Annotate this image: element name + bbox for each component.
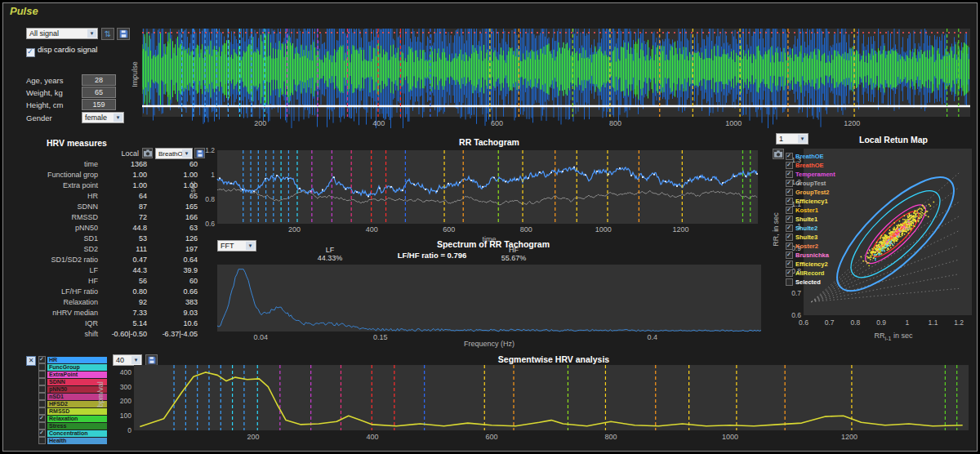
legend-checkbox[interactable] [786,189,793,196]
legend-checkbox[interactable] [38,393,46,400]
hrv-row: IQR 5.14 10.6 [11,319,206,330]
returnmap-legend-item[interactable]: Temperament [786,170,859,179]
returnmap-legend-item[interactable]: Shulte3 [786,233,859,242]
disp-cardio-checkbox[interactable] [26,48,35,57]
hrv-row: nHRV median 7.33 9.03 [11,309,206,319]
legend-checkbox[interactable] [786,153,793,160]
legend-checkbox[interactable] [786,171,793,178]
hf-label: HF [481,246,546,254]
legend-checkbox[interactable] [38,378,46,385]
hrv-table: time 1368 60 Functional grop 1.00 1.00 E… [11,160,206,340]
legend-checkbox[interactable] [786,260,793,268]
hrv-row: shift -0.60|-0.50 -6.37|-4.05 [11,330,206,340]
hrv-local-column-header: Local [100,149,139,158]
spectrum-method-select[interactable]: FFT ▼ [217,240,256,251]
legend-checkbox[interactable] [786,225,793,232]
returnmap-legend-item[interactable]: Selected [786,278,859,287]
legend-checkbox[interactable] [38,385,46,393]
returnmap-y-axis-label: RR, in sec [772,205,780,254]
segment-legend-item[interactable]: HR [38,356,107,363]
returnmap-x-axis-label-main: RR [875,332,885,340]
segment-legend-item[interactable]: Health [38,437,107,444]
svg-text:600: 600 [491,119,503,127]
legend-checkbox[interactable] [786,278,793,286]
legend-checkbox[interactable] [786,162,793,169]
legend-label: FuncGroup [49,364,80,370]
sort-signal-button[interactable]: ⇅ [101,28,114,40]
returnmap-legend-item[interactable]: BreathOE [786,161,859,170]
legend-label: Brusnichka [795,251,829,259]
legend-checkbox[interactable] [38,363,46,371]
hf-block: HF 55.67% [481,246,546,262]
legend-checkbox[interactable] [786,234,793,241]
legend-label: ExtraPoint [49,372,78,377]
returnmap-legend-item[interactable]: Shulte1 [786,215,859,224]
disp-cardio-label: disp cardio signal [38,45,97,54]
segment-legend-item[interactable]: Stress [38,422,107,430]
returnmap-legend-item[interactable]: Koster2 [786,242,859,251]
legend-checkbox[interactable] [786,216,793,223]
hrv-row: Relaxation 92 383 [11,298,206,309]
hrv-row: SDNN 87 165 [11,203,206,213]
hrv-row-local-value: 1.00 [98,181,147,192]
svg-text:1.1: 1.1 [929,318,938,327]
hrv-row-local-value: 7.33 [98,309,147,319]
returnmap-legend-item[interactable]: GroupTest2 [786,188,859,197]
legend-checkbox[interactable] [786,269,793,277]
legend-label: HR [49,357,57,363]
returnmap-legend-item[interactable]: Koster1 [786,206,859,215]
segment-master-checkbox[interactable]: ✕ [26,356,36,366]
returnmap-select[interactable]: 1 ▼ [776,133,808,145]
segment-legend-item[interactable]: Concentration [38,430,107,437]
save-signal-button[interactable] [117,28,130,40]
returnmap-legend-item[interactable]: Brusnichka [786,251,859,260]
returnmap-legend-item[interactable]: Shulte2 [786,224,859,233]
segment-legend-item[interactable]: Relaxation [38,415,107,422]
returnmap-legend-item[interactable]: BreathOE [786,152,859,161]
signal-select[interactable]: All signal ▼ [26,28,98,39]
legend-checkbox[interactable] [786,243,793,250]
legend-checkbox[interactable] [38,437,46,444]
hrv-row-local-value: 111 [98,245,147,256]
hrv-row-label: nHRV median [11,309,98,319]
hrv-row-local-value: 1368 [98,160,147,171]
legend-checkbox[interactable] [786,198,793,205]
legend-checkbox[interactable] [38,430,46,437]
hrv-row-label: shift [11,330,98,340]
hrv-row: SD2 111 197 [11,245,206,256]
returnmap-legend-item[interactable]: GroupTest [786,179,859,188]
hrv-row-local-value: 0.80 [98,287,147,298]
svg-text:1000: 1000 [722,433,738,441]
chevron-down-icon: ▼ [246,242,255,250]
legend-checkbox[interactable] [38,422,46,430]
weight-label: Weight, kg [26,88,63,97]
segment-legend-item[interactable]: FuncGroup [38,363,107,371]
tachogram-plot: 0.60.811.220040060080010001200 [196,147,761,234]
gender-select[interactable]: female ▼ [82,112,124,123]
legend-label: GroupTest2 [795,189,830,196]
camera-icon [144,149,152,157]
height-field[interactable]: 159 [82,99,116,110]
legend-checkbox[interactable] [786,207,793,214]
legend-color-bar: HR [47,357,107,363]
age-field[interactable]: 28 [82,74,116,86]
compare-session-select[interactable]: BreathOE ▼ [155,148,193,159]
legend-checkbox[interactable] [38,415,46,422]
returnmap-legend-item[interactable]: Efficiency2 [786,260,859,269]
svg-text:0: 0 [127,426,131,434]
legend-checkbox[interactable] [38,407,46,415]
legend-checkbox[interactable] [38,356,46,363]
legend-checkbox[interactable] [786,251,793,259]
returnmap-legend-item[interactable]: Efficiency1 [786,197,859,206]
lf-block: LF 44.33% [297,246,363,262]
legend-label: Stress [49,423,66,429]
legend-checkbox[interactable] [38,400,46,407]
hrv-row-local-value: 87 [98,203,147,213]
hrv-row-label: SD1 [11,234,98,245]
svg-text:200: 200 [288,225,301,234]
legend-checkbox[interactable] [786,180,793,187]
snapshot-local-button[interactable] [142,148,153,158]
weight-field[interactable]: 65 [82,87,116,98]
legend-checkbox[interactable] [38,371,46,378]
returnmap-legend-item[interactable]: AllRecord [786,269,859,278]
